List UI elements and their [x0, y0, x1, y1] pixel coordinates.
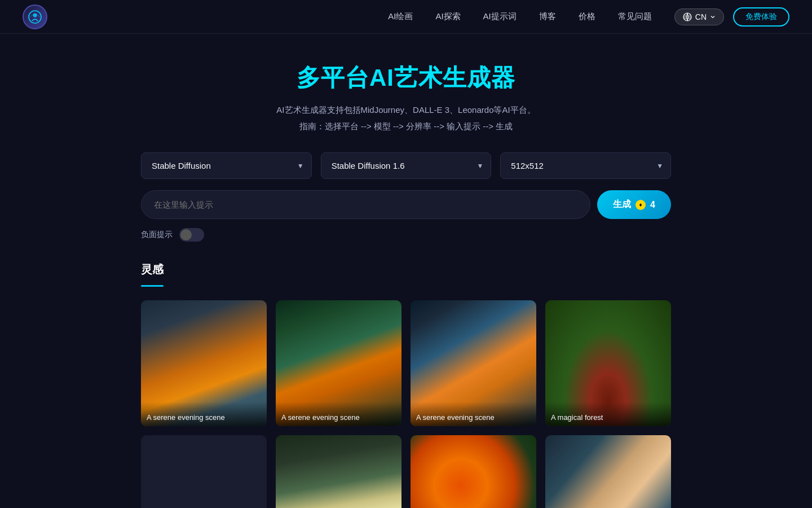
nav-faq[interactable]: 常见问题: [618, 11, 652, 21]
svg-point-1: [33, 13, 37, 17]
inspiration-card-evening-3[interactable]: A serene evening scene: [411, 300, 536, 426]
inspiration-card-forest[interactable]: A magical forest: [545, 300, 671, 426]
globe-icon: [683, 12, 692, 21]
inspiration-card-village[interactable]: A seaside village: [141, 435, 267, 508]
negative-prompt-row: 负面提示: [141, 228, 671, 242]
generate-cost: 4: [650, 200, 655, 210]
lang-label: CN: [695, 12, 707, 21]
toggle-knob: [180, 229, 192, 240]
main-content: 多平台AI艺术生成器 AI艺术生成器支持包括MidJourney、DALL-E …: [130, 34, 682, 508]
navbar-right: CN 免费体验: [674, 7, 789, 27]
card-label-evening-2: A serene evening scene: [276, 402, 401, 426]
hero-desc: AI艺术生成器支持包括MidJourney、DALL-E 3、Leonardo等…: [141, 105, 671, 116]
logo[interactable]: [23, 5, 47, 29]
resolution-selector-wrapper: 512x512 768x768 1024x1024 512x768 ▼: [500, 152, 671, 179]
hero-title: 多平台AI艺术生成器: [141, 62, 671, 94]
inspiration-card-evening-2[interactable]: A serene evening scene: [276, 300, 401, 426]
chevron-down-icon: [710, 14, 716, 20]
inspiration-card-evening-1[interactable]: A serene evening scene: [141, 300, 267, 426]
negative-prompt-label: 负面提示: [141, 230, 173, 240]
inspiration-section: 灵感 A serene evening scene A serene eveni…: [141, 262, 671, 508]
inspiration-card-cafe[interactable]: A Parisian cafe: [276, 435, 401, 508]
navbar: AI绘画 AI探索 AI提示词 博客 价格 常见问题 CN 免费体验: [0, 0, 812, 34]
prompt-row: 生成 ♦ 4: [141, 190, 671, 219]
logo-icon: [23, 5, 47, 29]
platform-selector-wrapper: Stable Diffusion MidJourney DALL-E 3 Leo…: [141, 152, 312, 179]
generate-button[interactable]: 生成 ♦ 4: [597, 190, 671, 219]
nav-ai-search[interactable]: AI探索: [435, 11, 460, 21]
selectors-row: Stable Diffusion MidJourney DALL-E 3 Leo…: [141, 152, 671, 179]
card-label-evening-3: A serene evening scene: [411, 402, 536, 426]
hero-guide: 指南：选择平台 --> 模型 --> 分辨率 --> 输入提示 --> 生成: [141, 121, 671, 132]
card-label-evening-1: A serene evening scene: [141, 402, 267, 426]
nav-blog[interactable]: 博客: [539, 11, 556, 21]
free-trial-button[interactable]: 免费体验: [733, 7, 789, 27]
generate-label: 生成: [613, 199, 631, 211]
coin-icon: ♦: [636, 200, 646, 210]
model-selector[interactable]: Stable Diffusion 1.6 Stable Diffusion XL…: [321, 152, 492, 179]
inspiration-card-office[interactable]: Man in the office: [545, 435, 671, 508]
platform-selector[interactable]: Stable Diffusion MidJourney DALL-E 3 Leo…: [141, 152, 312, 179]
section-title: 灵感: [141, 262, 671, 277]
negative-prompt-toggle[interactable]: [179, 228, 204, 242]
nav-ai-prompt[interactable]: AI提示词: [483, 11, 517, 21]
inspiration-card-fruits[interactable]: A fruit composition: [411, 435, 536, 508]
image-grid: A serene evening scene A serene evening …: [141, 300, 671, 508]
nav-ai-drawing[interactable]: AI绘画: [388, 11, 413, 21]
language-button[interactable]: CN: [674, 8, 724, 25]
nav-menu: AI绘画 AI探索 AI提示词 博客 价格 常见问题: [388, 11, 652, 22]
prompt-input[interactable]: [141, 190, 590, 219]
section-divider: [141, 285, 164, 287]
card-label-forest: A magical forest: [545, 402, 671, 426]
nav-pricing[interactable]: 价格: [579, 11, 595, 21]
model-selector-wrapper: Stable Diffusion 1.6 Stable Diffusion XL…: [321, 152, 492, 179]
resolution-selector[interactable]: 512x512 768x768 1024x1024 512x768: [500, 152, 671, 179]
